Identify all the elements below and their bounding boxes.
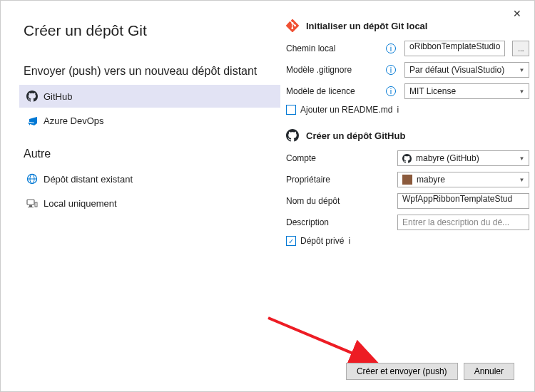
license-select[interactable]: MIT License ▼ (404, 83, 529, 99)
local-path-label: Chemin local (286, 43, 382, 53)
info-icon[interactable]: i (386, 65, 396, 75)
provider-local-only-label: Local uniquement (44, 198, 117, 209)
chevron-down-icon: ▼ (519, 155, 525, 162)
local-path-input[interactable]: oRibbonTemplateStudio (404, 41, 505, 56)
git-icon (286, 19, 299, 32)
info-icon[interactable]: i (386, 86, 396, 96)
azure-devops-icon (26, 115, 38, 126)
provider-local-only[interactable]: Local uniquement (19, 192, 280, 215)
browse-button[interactable]: ... (512, 41, 529, 56)
owner-label: Propriétaire (286, 175, 393, 185)
repo-name-input[interactable]: WpfAppRibbonTemplateStud (397, 193, 529, 209)
account-label: Compte (286, 153, 393, 163)
info-icon[interactable]: i (386, 43, 396, 53)
provider-github-label: GitHub (44, 91, 72, 102)
description-input[interactable] (397, 215, 529, 230)
account-select[interactable]: mabyre (GitHub) ▼ (397, 150, 529, 166)
chevron-down-icon: ▼ (519, 88, 525, 95)
provider-existing-remote-label: Dépôt distant existant (44, 174, 133, 185)
svg-rect-4 (29, 205, 32, 207)
description-label: Description (286, 217, 393, 227)
github-icon (286, 129, 299, 142)
provider-existing-remote[interactable]: Dépôt distant existant (19, 167, 280, 190)
private-checkbox[interactable]: ✓ (286, 236, 296, 246)
cancel-button[interactable]: Annuler (464, 363, 514, 380)
svg-rect-5 (28, 207, 34, 207)
github-icon (402, 154, 412, 163)
github-icon (26, 91, 38, 102)
globe-icon (26, 173, 38, 185)
readme-checkbox[interactable] (286, 105, 296, 115)
private-label: Dépôt privé (300, 236, 344, 246)
owner-select[interactable]: mabyre ▼ (397, 172, 529, 187)
gitignore-select[interactable]: Par défaut (VisualStudio) ▼ (404, 62, 529, 78)
create-push-button[interactable]: Créer et envoyer (push) (346, 363, 458, 380)
push-section-header: Envoyer (push) vers un nouveau dépôt dis… (24, 65, 280, 78)
local-icon (26, 197, 38, 209)
dialog-title: Créer un dépôt Git (24, 22, 280, 39)
info-icon[interactable]: i (348, 236, 350, 246)
readme-label: Ajouter un README.md (300, 105, 392, 115)
chevron-down-icon: ▼ (519, 67, 525, 73)
other-section-header: Autre (24, 148, 280, 160)
svg-rect-6 (35, 202, 37, 207)
provider-azure-label: Azure DevOps (44, 115, 104, 126)
repo-name-label: Nom du dépôt (286, 196, 393, 206)
svg-rect-3 (27, 200, 34, 205)
info-icon[interactable]: i (397, 105, 399, 115)
gitignore-label: Modèle .gitignore (286, 65, 382, 75)
provider-azure-devops[interactable]: Azure DevOps (19, 109, 280, 132)
create-section-title: Créer un dépôt GitHub (306, 130, 405, 141)
chevron-down-icon: ▼ (519, 177, 525, 183)
init-section-title: Initialiser un dépôt Git local (306, 21, 427, 31)
license-label: Modèle de licence (286, 86, 382, 96)
provider-github[interactable]: GitHub (19, 85, 280, 108)
avatar (402, 175, 412, 185)
